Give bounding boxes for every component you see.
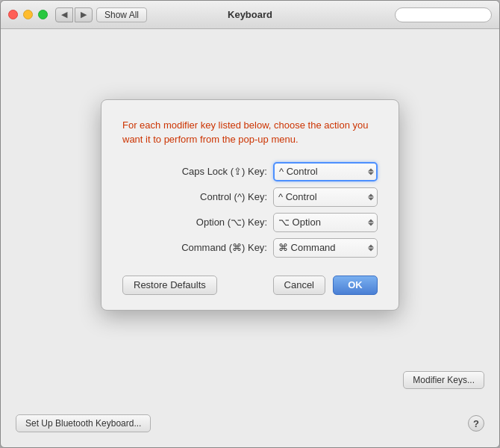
control-select-wrapper: ^ Control ⌥ Option ⌘ Command No Action (273, 187, 378, 207)
control-label: Control (^) Key: (200, 191, 267, 202)
bottom-right: ? (468, 415, 484, 432)
caps-lock-select-wrapper: ^ Control ⌥ Option ⌘ Command No Action (273, 162, 378, 181)
title-bar: ◀ ▶ Show All Keyboard (1, 1, 499, 29)
caps-lock-row: Caps Lock (⇪) Key: ^ Control ⌥ Option ⌘ … (122, 162, 378, 181)
option-select-wrapper: ⌥ Option ^ Control ⌘ Command No Action (273, 213, 378, 232)
control-select[interactable]: ^ Control ⌥ Option ⌘ Command No Action (273, 187, 378, 207)
search-input[interactable] (401, 10, 485, 20)
bottom-buttons: Set Up Bluetooth Keyboard... ? (16, 414, 484, 441)
caps-lock-label: Caps Lock (⇪) Key: (182, 166, 267, 177)
modal-description: For each modifier key listed below, choo… (122, 118, 378, 147)
bottom-area: Modifier Keys... Set Up Bluetooth Keyboa… (1, 365, 499, 447)
modal-dialog: For each modifier key listed below, choo… (101, 99, 399, 311)
nav-buttons: ◀ ▶ (55, 7, 93, 22)
main-window: ◀ ▶ Show All Keyboard For each modifier … (0, 0, 500, 448)
restore-defaults-button[interactable]: Restore Defaults (122, 276, 217, 295)
modifier-keys-button[interactable]: Modifier Keys... (403, 371, 484, 389)
traffic-lights (8, 10, 48, 19)
control-row: Control (^) Key: ^ Control ⌥ Option ⌘ Co… (122, 187, 378, 207)
show-all-button[interactable]: Show All (96, 7, 147, 22)
main-content: For each modifier key listed below, choo… (1, 29, 499, 365)
ok-button[interactable]: OK (333, 276, 378, 295)
maximize-button[interactable] (38, 10, 48, 19)
minimize-button[interactable] (23, 10, 33, 19)
cancel-button[interactable]: Cancel (273, 276, 325, 295)
option-label: Option (⌥) Key: (196, 217, 267, 228)
option-select[interactable]: ⌥ Option ^ Control ⌘ Command No Action (273, 213, 378, 232)
modal-buttons: Restore Defaults Cancel OK (122, 276, 378, 295)
modal-overlay: For each modifier key listed below, choo… (1, 29, 499, 365)
command-row: Command (⌘) Key: ⌘ Command ^ Control ⌥ O… (122, 238, 378, 258)
window-title: Keyboard (228, 9, 272, 20)
search-box[interactable] (395, 7, 492, 22)
close-button[interactable] (8, 10, 18, 19)
nav-forward-button[interactable]: ▶ (75, 7, 93, 22)
command-label: Command (⌘) Key: (181, 242, 267, 253)
caps-lock-select[interactable]: ^ Control ⌥ Option ⌘ Command No Action (273, 162, 378, 181)
bluetooth-keyboard-button[interactable]: Set Up Bluetooth Keyboard... (16, 414, 151, 432)
nav-back-button[interactable]: ◀ (55, 7, 73, 22)
help-button[interactable]: ? (468, 415, 484, 432)
form-rows: Caps Lock (⇪) Key: ^ Control ⌥ Option ⌘ … (122, 162, 378, 258)
command-select-wrapper: ⌘ Command ^ Control ⌥ Option No Action (273, 238, 378, 258)
option-row: Option (⌥) Key: ⌥ Option ^ Control ⌘ Com… (122, 213, 378, 232)
command-select[interactable]: ⌘ Command ^ Control ⌥ Option No Action (273, 238, 378, 258)
